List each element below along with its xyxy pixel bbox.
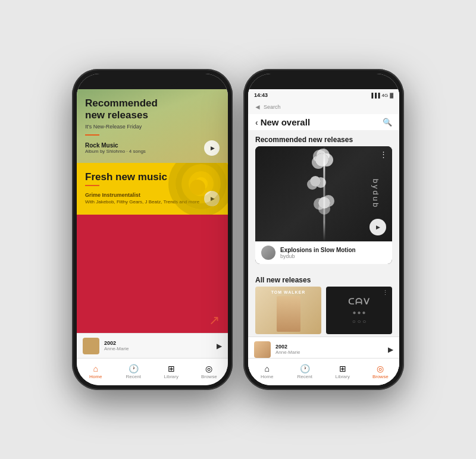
all-new-releases-section: All new releases TOM WALKER ᑕᗩᐯ <box>248 269 399 334</box>
arrow-decoration: ↗ <box>209 313 220 328</box>
browse-label-left: Browse <box>201 374 217 379</box>
tab-home-right[interactable]: ⌂ Home <box>248 364 286 379</box>
search-label: Search <box>264 104 281 110</box>
right-phone-inner: 14:43 ▐▐▐ 4G ▓ ◄ Search ‹ New o <box>248 74 399 385</box>
all-new-label: All new releases <box>248 271 399 287</box>
home-icon-left: ⌂ <box>93 364 98 373</box>
featured-info: Explosions in Slow Motion bydub <box>255 241 392 264</box>
library-label-left: Library <box>164 374 178 379</box>
nav-header: ‹ New overall 🔍 <box>248 114 399 131</box>
featured-image: bydub ⋮ <box>255 146 392 241</box>
green-section: Recommended new releases It's New-Releas… <box>77 89 228 163</box>
dav-more-dots[interactable]: ⋮ <box>382 289 389 297</box>
orange-divider <box>85 134 99 136</box>
search-bar-top[interactable]: ◄ Search <box>248 101 399 114</box>
vinyl-center <box>190 180 205 195</box>
player-track-artist-left: Anne-Marie <box>104 346 212 351</box>
featured-text: Explosions in Slow Motion bydub <box>280 247 356 259</box>
dav-dots: ●●● <box>352 309 365 316</box>
tab-library-left[interactable]: ⊞ Library <box>152 364 190 379</box>
player-thumbnail-right <box>254 341 271 358</box>
browse-icon-left: ◎ <box>205 364 212 373</box>
featured-track-name: Explosions in Slow Motion <box>280 247 356 253</box>
green-play-button[interactable] <box>204 140 220 156</box>
player-track-info-right: 2002 Anne-Marie <box>275 344 383 355</box>
player-track-info-left: 2002 Anne-Marie <box>104 340 212 351</box>
featured-play-button[interactable] <box>369 219 386 235</box>
flower-mid <box>310 176 321 187</box>
bottom-player-left[interactable]: 2002 Anne-Marie ▶ <box>77 333 228 358</box>
right-phone: 14:43 ▐▐▐ 4G ▓ ◄ Search ‹ New o <box>243 69 404 390</box>
player-play-right[interactable]: ▶ <box>388 345 393 354</box>
player-thumbnail-left <box>83 338 99 354</box>
browse-icon-right: ◎ <box>377 364 384 373</box>
tab-bar-right: ⌂ Home 🕐 Recent ⊞ Library ◎ Browse <box>248 358 399 385</box>
home-icon-right: ⌂ <box>265 364 270 373</box>
recommended-title: Recommended new releases <box>85 98 220 122</box>
tab-bar-left: ⌂ Home 🕐 Recent ⊞ Library ◎ Browse <box>77 358 228 385</box>
back-chevron-icon[interactable]: ‹ <box>255 118 258 127</box>
status-time: 14:43 <box>254 92 268 98</box>
tab-browse-right[interactable]: ◎ Browse <box>362 364 400 379</box>
bottom-player-right[interactable]: 2002 Anne-Marie ▶ <box>248 337 399 358</box>
left-phone-inner: Recommended new releases It's New-Releas… <box>77 74 228 385</box>
left-screen: Recommended new releases It's New-Releas… <box>77 89 228 385</box>
recent-icon-left: 🕐 <box>129 364 139 373</box>
content-scroll: Recommended new releases bydub ⋮ <box>248 131 399 358</box>
green-track-row: Rock Music Album by Shlohmo · 4 songs <box>85 140 220 156</box>
library-icon-left: ⊞ <box>168 364 175 373</box>
recommended-subtitle: It's New-Release Friday <box>85 124 220 130</box>
status-bar-right: 14:43 ▐▐▐ 4G ▓ <box>248 89 399 101</box>
recent-icon-right: 🕐 <box>300 364 310 373</box>
library-icon-right: ⊞ <box>339 364 346 373</box>
recent-label-left: Recent <box>126 374 141 379</box>
home-label-left: Home <box>89 374 102 379</box>
featured-thumbnail <box>261 246 275 260</box>
recommended-label: Recommended new releases <box>248 131 399 146</box>
right-screen: 14:43 ▐▐▐ 4G ▓ ◄ Search ‹ New o <box>248 89 399 385</box>
notch-left <box>126 74 179 86</box>
player-track-name-right: 2002 <box>275 344 383 350</box>
flower-top <box>315 153 328 166</box>
tab-library-right[interactable]: ⊞ Library <box>324 364 362 379</box>
player-play-left[interactable]: ▶ <box>217 342 222 350</box>
home-label-right: Home <box>261 374 273 379</box>
release-figure <box>277 296 300 332</box>
yellow-section: Fresh new music Grime Instrumentalist Wi… <box>77 163 228 215</box>
tab-recent-right[interactable]: 🕐 Recent <box>286 364 324 379</box>
tab-browse-left[interactable]: ◎ Browse <box>190 364 228 379</box>
signal-bars: ▐▐▐ <box>369 93 380 98</box>
status-icons: ▐▐▐ 4G ▓ <box>369 93 393 98</box>
green-track-info: Rock Music Album by Shlohmo · 4 songs <box>85 142 146 154</box>
browse-label-right: Browse <box>372 374 389 379</box>
yellow-divider <box>85 185 99 186</box>
release-card-tom-walker[interactable]: TOM WALKER <box>255 287 321 334</box>
page-title-area: ‹ New overall <box>255 117 310 127</box>
red-section: ↗ <box>77 215 228 333</box>
featured-card[interactable]: bydub ⋮ Explosions in Slow Motion bydub <box>255 146 392 264</box>
green-track-meta: Album by Shlohmo · 4 songs <box>85 149 146 154</box>
left-phone: Recommended new releases It's New-Releas… <box>72 69 233 390</box>
page-title: New overall <box>261 117 310 127</box>
dav-content: ᑕᗩᐯ ●●● ○ ○ ○ <box>348 297 371 325</box>
green-track-name: Rock Music <box>85 142 146 149</box>
featured-artist: bydub <box>280 253 356 259</box>
tab-recent-left[interactable]: 🕐 Recent <box>115 364 153 379</box>
tom-walker-text: TOM WALKER <box>255 290 321 294</box>
search-icon-nav[interactable]: 🔍 <box>383 118 392 127</box>
release-card-dav[interactable]: ᑕᗩᐯ ●●● ○ ○ ○ ⋮ <box>326 287 392 334</box>
more-dots-featured[interactable]: ⋮ <box>380 150 387 159</box>
player-track-artist-right: Anne-Marie <box>275 350 383 355</box>
flower-bot <box>318 197 330 209</box>
bydub-label: bydub <box>371 179 380 209</box>
library-label-right: Library <box>336 374 350 379</box>
network-type: 4G <box>381 93 388 98</box>
main-container: Recommended new releases It's New-Releas… <box>0 0 476 459</box>
notch-bar-right <box>248 74 399 89</box>
player-track-name-left: 2002 <box>104 340 212 346</box>
notch-right <box>297 74 350 86</box>
battery-icon: ▓ <box>390 93 393 98</box>
dav-subtitle: ○ ○ ○ <box>352 318 367 325</box>
back-to-search-arrow[interactable]: ◄ <box>254 103 261 111</box>
tab-home-left[interactable]: ⌂ Home <box>77 364 115 379</box>
